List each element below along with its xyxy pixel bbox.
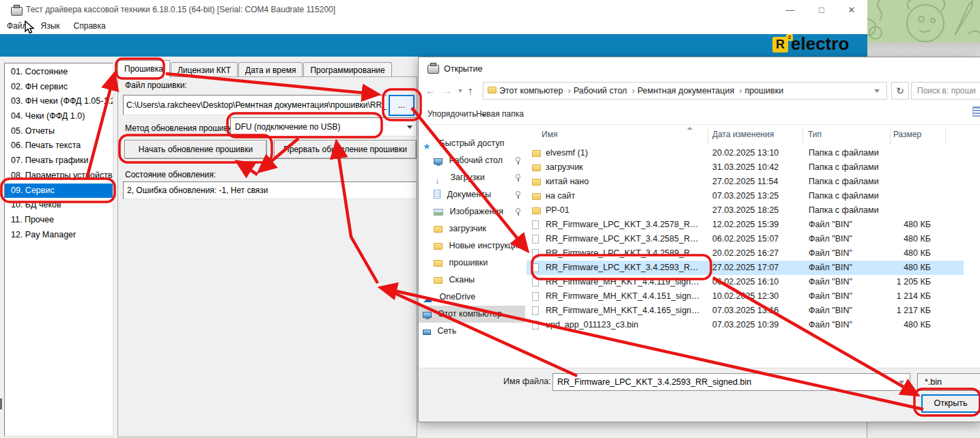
method-value: DFU (подключение по USB) [235, 122, 340, 132]
tree-item[interactable]: Этот компьютер [419, 306, 525, 323]
tree-item-label: Сеть [437, 326, 456, 336]
file-row[interactable]: RR_Firmware_LPC_KKT_3.4.2578_RR_sign... … [527, 218, 964, 232]
sidebar-item[interactable]: 04. Чеки (ФФД 1.0) [5, 109, 113, 124]
tree-item[interactable]: Документы [419, 186, 525, 203]
browse-button[interactable]: ... [389, 95, 415, 116]
tree-item[interactable]: OneDrive [419, 289, 525, 306]
new-folder-button[interactable]: Новая папка [476, 109, 524, 119]
tree-item-icon [423, 138, 433, 147]
file-row[interactable]: RR_Firmware_LPC_KKT_3.4.2589_RR_sign... … [527, 246, 964, 261]
open-button[interactable]: Открыть [921, 394, 980, 413]
column-header-date[interactable]: Дата изменения [712, 130, 774, 139]
tree-item-icon [423, 312, 432, 318]
file-date: 07.03.2025 10:39 [712, 318, 779, 332]
file-type-icon [532, 207, 541, 214]
file-name: upd_app_011123_c3.bin [546, 318, 701, 332]
tab[interactable]: Прошивка [117, 60, 170, 78]
search-input[interactable]: Поиск в: проши [911, 82, 980, 100]
brand-logo: R 2 electro [772, 35, 865, 56]
file-row[interactable]: на сайт 07.03.2025 13:25 Папка с файлами [527, 189, 964, 203]
tab[interactable]: Дата и время [238, 62, 303, 78]
breadcrumb: Этот компьютерРабочий столРемнтная докум… [498, 84, 789, 96]
file-row[interactable]: RR_Firmware_MH_KKT_4.4.165_signed.bin 07… [527, 304, 964, 318]
divider[interactable] [945, 128, 946, 144]
sidebar-item[interactable]: 05. Отчеты [5, 124, 113, 139]
file-row[interactable]: китай нано 27.02.2025 11:54 Папка с файл… [527, 175, 964, 189]
tree-item[interactable]: Сеть [419, 323, 525, 340]
file-row[interactable]: RR_Firmware_LPC_KKT_3.4.2585_RR_sign... … [527, 232, 964, 246]
sidebar-item[interactable]: 02. ФН сервис [5, 80, 113, 95]
tab[interactable]: Программирование [303, 62, 391, 78]
file-filter-combobox[interactable]: *.bin [917, 373, 980, 391]
file-size: 1 205 КБ [856, 275, 931, 289]
file-size: 480 КБ [856, 261, 931, 275]
screen-edge-artifact [0, 398, 2, 409]
breadcrumb-item[interactable]: Рабочий стол [572, 83, 636, 99]
file-row[interactable]: PP-01 27.03.2025 18:25 Папка с файлами [527, 203, 964, 218]
file-type-icon [532, 164, 541, 171]
tab[interactable]: Лицензии ККТ [171, 62, 238, 78]
column-header-name[interactable]: Имя [542, 130, 557, 139]
menu-item[interactable]: Файл [0, 19, 34, 31]
dialog-icon [428, 65, 439, 74]
divider[interactable] [802, 128, 803, 144]
firmware-path-input[interactable]: C:\Users\a.rakcheev\Desktop\Ремнтная док… [123, 95, 387, 115]
start-update-button[interactable]: Начать обновление прошивки [124, 140, 267, 159]
sidebar-item[interactable]: 09. Сервис [5, 184, 113, 199]
breadcrumb-item[interactable]: Ремнтная документация [636, 83, 743, 99]
file-row[interactable]: RR_Firmware_MH_KKT_4.4.119_signed.bin 06… [527, 275, 964, 289]
tree-item-icon [434, 173, 444, 181]
sidebar-item[interactable]: 10. БД чеков [5, 198, 113, 213]
tree-item[interactable]: Новые инструкции [419, 237, 525, 254]
tree-item-label: OneDrive [439, 292, 475, 302]
screenshot-root: Тест драйвера кассовой техники 6.18.0.15… [0, 0, 980, 438]
menu-item[interactable]: Язык [34, 19, 67, 31]
address-bar[interactable]: Этот компьютерРабочий столРемнтная докум… [483, 82, 887, 100]
tree-item[interactable]: Сканы [419, 272, 525, 289]
address-chevron-icon[interactable] [874, 89, 880, 93]
menu-item[interactable]: Справка [67, 19, 113, 31]
file-row[interactable]: upd_app_011123_c3.bin 07.03.2025 10:39 Ф… [527, 318, 964, 332]
minimize-button[interactable]: — [780, 3, 800, 17]
file-row[interactable]: загрузчик 31.03.2025 10:42 Папка с файла… [527, 160, 964, 175]
tree-item-label: Сканы [449, 275, 475, 284]
file-row[interactable]: RR_Firmware_MH_KKT_4.4.151_signed.bin 10… [527, 289, 964, 304]
method-combobox[interactable]: DFU (подключение по USB) [230, 117, 417, 136]
divider[interactable] [708, 128, 708, 144]
column-header-type[interactable]: Тип [808, 130, 822, 139]
tree-item[interactable]: загрузчик [419, 220, 525, 237]
tree-item[interactable]: Изображения [419, 203, 525, 220]
filename-input[interactable]: RR_Firmware_LPC_KKT_3.4.2593_RR_signed.b… [552, 373, 910, 391]
sidebar-item[interactable]: 08. Параметры устройства [5, 169, 113, 184]
view-mode-icon[interactable] [972, 106, 980, 117]
sidebar-item[interactable]: 03. ФН чеки (ФФД 1.05-1.2) [5, 94, 113, 109]
tree-item[interactable]: Загрузки [419, 169, 525, 186]
tree-item-label: Рабочий стол [449, 156, 502, 165]
refresh-icon[interactable]: ↻ [891, 82, 909, 100]
tree-item[interactable]: прошивки [419, 254, 525, 272]
sidebar-item[interactable]: 01. Состояние [5, 65, 113, 80]
file-row[interactable]: RR_Firmware_LPC_KKT_3.4.2593_RR_sign... … [527, 261, 964, 275]
forward-icon[interactable]: → [442, 85, 452, 96]
sidebar-item[interactable]: 11. Прочее [5, 213, 113, 228]
file-name: RR_Firmware_MH_KKT_4.4.165_signed.bin [546, 304, 701, 318]
close-button[interactable]: ✕ [841, 3, 862, 17]
file-name: RR_Firmware_MH_KKT_4.4.151_signed.bin [546, 289, 701, 304]
divider[interactable] [890, 128, 891, 144]
sidebar-item[interactable]: 12. Pay Manager [5, 228, 113, 243]
back-icon[interactable]: ← [425, 85, 436, 96]
firmware-file-label: Файл прошивки: [125, 81, 187, 90]
sidebar-item[interactable]: 07. Печать графики [5, 154, 113, 169]
sidebar-item[interactable]: 06. Печать текста [5, 138, 113, 154]
column-header-size[interactable]: Размер [893, 130, 921, 139]
maximize-button[interactable]: □ [811, 3, 832, 17]
up-icon[interactable]: ↑ [468, 85, 473, 96]
history-chevron-icon[interactable] [458, 89, 462, 93]
tree-item[interactable]: Рабочий стол [419, 152, 525, 169]
tree-item[interactable]: Быстрый доступ [419, 135, 525, 152]
breadcrumb-item[interactable]: прошивки [743, 83, 789, 99]
file-type: Файл "BIN" [809, 275, 852, 289]
file-row[interactable]: elvesmf (1) 20.02.2025 13:10 Папка с фай… [527, 146, 964, 160]
breadcrumb-item[interactable]: Этот компьютер [498, 83, 572, 99]
abort-update-button[interactable]: Прервать обновление прошивки [274, 140, 417, 159]
